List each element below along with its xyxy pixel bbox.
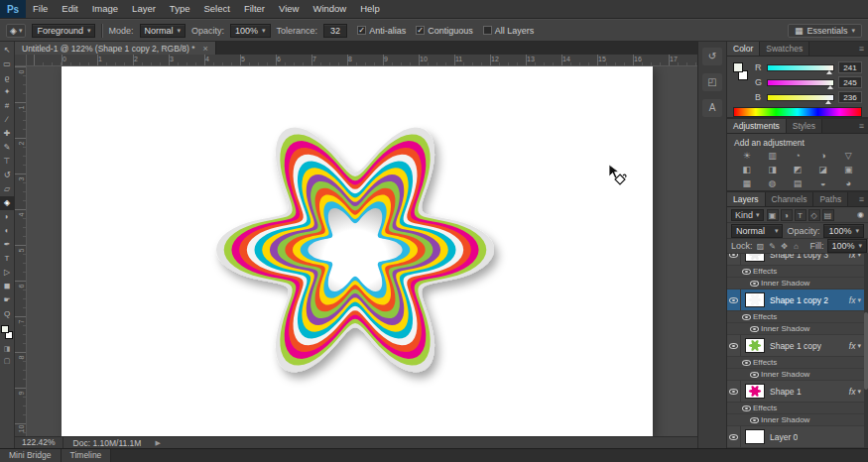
- blend-mode-dropdown[interactable]: Normal ▾: [731, 224, 783, 238]
- menu-select[interactable]: Select: [196, 3, 236, 14]
- blur-tool[interactable]: ◗: [0, 210, 15, 224]
- color-lookup-icon[interactable]: ▦: [735, 177, 759, 189]
- screen-mode-button[interactable]: ▢: [0, 355, 15, 367]
- document-tab[interactable]: Untitled-1 @ 122% (Shape 1 copy 2, RGB/8…: [15, 42, 216, 55]
- layer-thumbnail[interactable]: [745, 384, 765, 399]
- lock-all-icon[interactable]: ⌂: [792, 242, 802, 251]
- rectangular-marquee-tool[interactable]: ▭: [0, 58, 15, 71]
- effect-row-inner-shadow[interactable]: Inner Shadow: [727, 369, 868, 381]
- panel-menu-icon[interactable]: ≡: [855, 119, 868, 133]
- channel-slider-b[interactable]: [767, 94, 834, 101]
- visibility-toggle[interactable]: [727, 426, 741, 447]
- checkbox-all-layers[interactable]: All Layers: [483, 26, 535, 36]
- visibility-toggle[interactable]: [739, 403, 753, 413]
- hand-tool[interactable]: ☛: [0, 293, 15, 307]
- fill-input[interactable]: 100% ▾: [827, 239, 868, 253]
- quick-selection-tool[interactable]: ✦: [0, 85, 15, 99]
- tab-layers[interactable]: Layers: [727, 192, 766, 206]
- effect-row-inner-shadow[interactable]: Inner Shadow: [727, 414, 868, 426]
- mode-dropdown[interactable]: Normal ▾: [140, 24, 186, 38]
- selective-color-icon[interactable]: ◕: [836, 177, 860, 189]
- menu-filter[interactable]: Filter: [237, 3, 272, 14]
- visibility-toggle[interactable]: [747, 414, 761, 425]
- panel-menu-icon[interactable]: ≡: [855, 192, 868, 206]
- visibility-toggle[interactable]: [727, 289, 741, 310]
- layer-row-layer-0[interactable]: Layer 0: [727, 426, 868, 448]
- tab-color[interactable]: Color: [727, 42, 760, 56]
- eyedropper-tool[interactable]: ∕: [0, 113, 15, 127]
- effects-row[interactable]: Effects: [727, 266, 868, 278]
- visibility-toggle[interactable]: [747, 323, 761, 334]
- posterize-icon[interactable]: ▤: [786, 177, 809, 189]
- visibility-toggle[interactable]: [739, 357, 753, 368]
- paint-bucket-tool[interactable]: ◈: [0, 196, 15, 210]
- menu-window[interactable]: Window: [306, 3, 353, 14]
- visibility-toggle[interactable]: [747, 369, 761, 380]
- panel-color-swatches[interactable]: [733, 61, 749, 85]
- hue-saturation-icon[interactable]: ◧: [735, 164, 759, 175]
- styles-panel-icon[interactable]: ◰: [702, 73, 722, 91]
- foreground-color-swatch[interactable]: [1, 325, 9, 333]
- filter-adjustment-layers-icon[interactable]: ◑: [781, 209, 793, 221]
- layer-row-shape-1-copy-3[interactable]: Shape 1 copy 3fx▾: [727, 254, 868, 266]
- black-white-icon[interactable]: ◩: [786, 164, 809, 175]
- filter-shape-layers-icon[interactable]: ◇: [808, 209, 820, 221]
- history-brush-tool[interactable]: ↺: [0, 169, 15, 182]
- lock-pixels-icon[interactable]: ✎: [768, 242, 778, 251]
- slider-handle-icon[interactable]: [827, 85, 833, 89]
- move-tool[interactable]: ↖: [0, 44, 15, 58]
- color-balance-icon[interactable]: ◨: [761, 164, 785, 175]
- photo-filter-icon[interactable]: ◪: [811, 164, 835, 175]
- slider-handle-icon[interactable]: [825, 100, 831, 104]
- pen-tool[interactable]: ✒: [0, 238, 15, 252]
- brightness-contrast-icon[interactable]: ☀: [735, 150, 759, 162]
- photoshop-logo-icon[interactable]: Ps: [0, 0, 26, 18]
- layer-filter-toggle-icon[interactable]: ◉: [857, 210, 864, 219]
- tolerance-input[interactable]: 32: [323, 24, 347, 38]
- invert-icon[interactable]: ◍: [761, 177, 785, 189]
- tab-channels[interactable]: Channels: [766, 192, 814, 206]
- visibility-toggle[interactable]: [727, 335, 741, 356]
- clone-stamp-tool[interactable]: ⊤: [0, 155, 15, 169]
- filter-pixel-layers-icon[interactable]: ▣: [767, 209, 779, 221]
- layer-row-shape-1-copy[interactable]: Shape 1 copyfx▾: [727, 335, 868, 357]
- bottom-tab-timeline[interactable]: Timeline: [62, 449, 112, 462]
- menu-file[interactable]: File: [26, 3, 55, 14]
- visibility-toggle[interactable]: [747, 278, 761, 289]
- foreground-color-swatch[interactable]: [733, 62, 743, 72]
- tab-styles[interactable]: Styles: [787, 119, 822, 133]
- quick-mask-button[interactable]: ◨: [0, 343, 15, 355]
- fill-source-dropdown[interactable]: Foreground ▾: [32, 24, 95, 38]
- visibility-toggle[interactable]: [739, 311, 753, 322]
- layer-row-shape-1-copy-2[interactable]: Shape 1 copy 2fx▾: [727, 289, 868, 311]
- spot-healing-brush-tool[interactable]: ✚: [0, 127, 15, 141]
- close-icon[interactable]: ×: [202, 44, 207, 54]
- menu-type[interactable]: Type: [163, 3, 197, 14]
- lock-position-icon[interactable]: ✥: [780, 242, 790, 251]
- channel-slider-r[interactable]: [767, 64, 834, 71]
- type-tool[interactable]: T: [0, 252, 15, 266]
- layer-thumbnail[interactable]: [745, 254, 765, 262]
- channel-slider-g[interactable]: [767, 79, 834, 86]
- filter-smart-objects-icon[interactable]: ▤: [822, 209, 834, 221]
- color-swatches-widget[interactable]: [0, 325, 15, 343]
- eraser-tool[interactable]: ▱: [0, 182, 15, 196]
- menu-layer[interactable]: Layer: [125, 3, 163, 14]
- bottom-tab-mini-bridge[interactable]: Mini Bridge: [0, 449, 62, 462]
- filter-type-layers-icon[interactable]: T: [795, 209, 806, 221]
- layer-thumbnail[interactable]: [745, 292, 765, 307]
- history-panel-icon[interactable]: ↺: [702, 48, 722, 65]
- layer-filter-kind-dropdown[interactable]: Kind ▾: [731, 209, 764, 221]
- visibility-toggle[interactable]: [727, 254, 741, 265]
- checkbox-contiguous[interactable]: ✓Contiguous: [416, 26, 473, 36]
- effect-row-inner-shadow[interactable]: Inner Shadow: [727, 278, 868, 289]
- crop-tool[interactable]: #: [0, 99, 15, 113]
- menu-edit[interactable]: Edit: [55, 3, 84, 14]
- menu-help[interactable]: Help: [353, 3, 387, 14]
- layer-thumbnail[interactable]: [745, 429, 765, 444]
- layers-scrollbar[interactable]: [864, 254, 868, 448]
- menu-image[interactable]: Image: [85, 3, 125, 14]
- shape-tool[interactable]: ◼: [0, 280, 15, 293]
- effects-row[interactable]: Effects: [727, 311, 868, 323]
- status-menu-arrow-icon[interactable]: ▶: [151, 439, 160, 447]
